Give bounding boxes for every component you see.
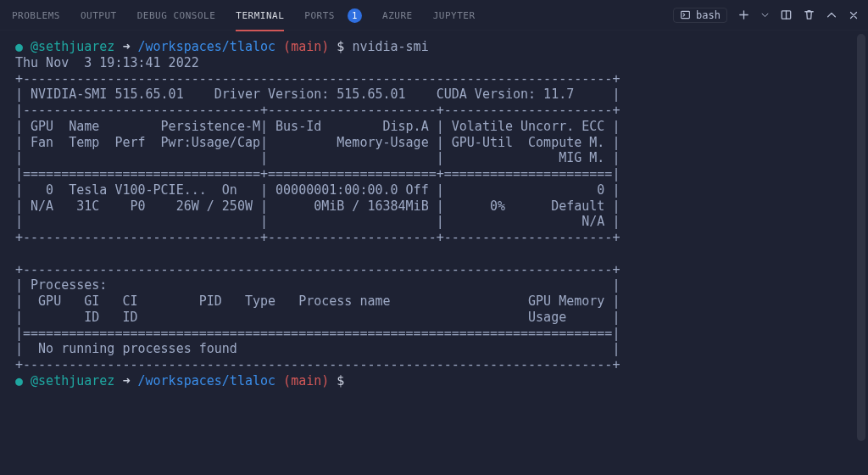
close-icon	[848, 9, 860, 21]
panel-tabs: PROBLEMS OUTPUT DEBUG CONSOLE TERMINAL P…	[12, 2, 476, 29]
prompt-branch: main	[291, 373, 321, 388]
tab-problems[interactable]: PROBLEMS	[12, 3, 60, 27]
tab-output[interactable]: OUTPUT	[81, 3, 117, 27]
ports-badge: 1	[348, 8, 362, 23]
close-panel-button[interactable]	[848, 9, 860, 21]
prompt-path: /workspaces/tlaloc	[138, 39, 276, 54]
kill-terminal-button[interactable]	[803, 8, 815, 21]
command-output: Thu Nov 3 19:13:41 2022 +---------------…	[15, 55, 853, 373]
prompt-line-1: ● @sethjuarez ➜ /workspaces/tlaloc (main…	[15, 39, 853, 55]
trash-icon	[803, 8, 815, 21]
shell-name: bash	[696, 9, 721, 21]
prompt-branch: main	[291, 39, 321, 54]
prompt-branch-close: )	[321, 373, 329, 388]
tab-azure[interactable]: AZURE	[382, 3, 413, 27]
split-terminal-button[interactable]	[780, 8, 793, 21]
scrollbar[interactable]	[857, 34, 865, 441]
prompt-branch-open: (	[283, 373, 291, 388]
tab-ports[interactable]: PORTS 1	[304, 2, 362, 29]
panel-header: PROBLEMS OUTPUT DEBUG CONSOLE TERMINAL P…	[0, 0, 868, 31]
terminal-body[interactable]: ● @sethjuarez ➜ /workspaces/tlaloc (main…	[0, 31, 868, 396]
prompt-user: @sethjuarez	[31, 373, 114, 388]
prompt-arrow: ➜	[122, 373, 130, 388]
launch-profile-dropdown[interactable]	[760, 10, 770, 20]
terminal-icon	[680, 9, 691, 20]
prompt-sigil: $	[337, 39, 344, 54]
terminal-actions: bash	[673, 8, 860, 23]
new-terminal-button[interactable]	[737, 8, 750, 21]
prompt-command: nvidia-smi	[352, 39, 428, 54]
shell-selector[interactable]: bash	[673, 8, 727, 23]
prompt-arrow: ➜	[122, 39, 130, 54]
prompt-user: @sethjuarez	[31, 39, 114, 54]
prompt-sigil: $	[337, 373, 344, 388]
prompt-line-2: ● @sethjuarez ➜ /workspaces/tlaloc (main…	[15, 373, 853, 389]
status-dot: ●	[15, 373, 23, 388]
status-dot: ●	[15, 39, 23, 54]
prompt-path: /workspaces/tlaloc	[138, 373, 276, 388]
tab-jupyter[interactable]: JUPYTER	[433, 3, 476, 27]
plus-icon	[737, 8, 750, 21]
tab-ports-label: PORTS	[304, 9, 335, 20]
prompt-branch-open: (	[283, 39, 291, 54]
maximize-panel-button[interactable]	[826, 9, 837, 21]
chevron-up-icon	[826, 9, 837, 21]
svg-rect-0	[682, 11, 690, 18]
chevron-down-icon	[760, 10, 770, 20]
tab-debug-console[interactable]: DEBUG CONSOLE	[137, 3, 216, 27]
split-icon	[780, 8, 793, 21]
tab-terminal[interactable]: TERMINAL	[236, 3, 284, 27]
prompt-branch-close: )	[321, 39, 329, 54]
